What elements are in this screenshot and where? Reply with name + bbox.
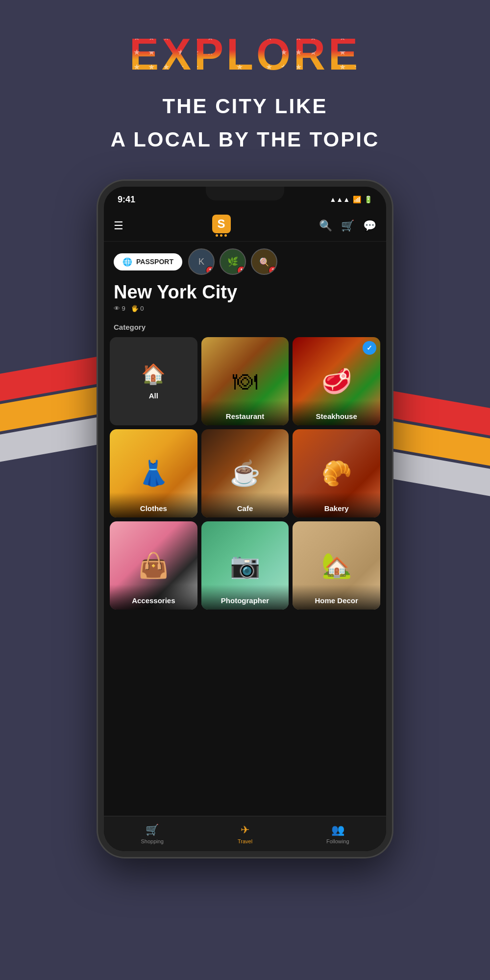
header-section: EXPLORE THE CITY LIKE A LOCAL BY THE TOP… <box>0 0 490 151</box>
story-badge-3: 2 <box>269 266 277 275</box>
restaurant-overlay: Restaurant <box>201 400 289 425</box>
steakhouse-overlay: Steakhouse <box>293 400 380 425</box>
stories-row: K 1 🌿 1 🍭 2 <box>188 248 376 275</box>
story-badge-2: 1 <box>237 266 246 275</box>
category-card-clothes[interactable]: 👗 Clothes <box>110 429 197 517</box>
phone-frame: 9:41 ▲▲▲ 📶 🔋 ☰ S <box>98 181 392 857</box>
travel-label: Travel <box>238 838 252 844</box>
logo-area: S <box>212 215 231 237</box>
all-icon: 🏠 <box>141 363 166 386</box>
phone-notch <box>206 187 284 200</box>
logo-dots <box>216 234 227 237</box>
photographer-label: Photographer <box>206 596 284 605</box>
following-label: Following <box>326 838 349 844</box>
category-card-bakery[interactable]: 🥐 Bakery <box>293 429 380 517</box>
subtitle-line2: A LOCAL BY THE TOPIC <box>0 128 490 151</box>
restaurant-label: Restaurant <box>206 412 284 420</box>
category-card-homedecor[interactable]: 🏡 Home Decor <box>293 521 380 610</box>
city-views: 👁 9 🖐 0 <box>114 305 144 312</box>
cart-icon[interactable]: 🛒 <box>341 220 354 232</box>
bakery-overlay: Bakery <box>293 492 380 517</box>
app-logo: S <box>212 215 231 233</box>
story-circle-2[interactable]: 🌿 1 <box>220 248 246 275</box>
homedecor-overlay: Home Decor <box>293 585 380 610</box>
city-section: New York City 👁 9 🖐 0 <box>104 279 386 319</box>
bakery-label: Bakery <box>297 504 375 513</box>
accessories-overlay: Accessories <box>110 585 197 610</box>
clothes-label: Clothes <box>115 504 193 513</box>
category-card-photographer[interactable]: 📷 Photographer <box>201 521 289 610</box>
signal-icon: ▲▲▲ <box>329 196 350 203</box>
cafe-overlay: Cafe <box>201 492 289 517</box>
bottom-nav: 🛒 Shopping ✈ Travel 👥 Following <box>104 816 386 851</box>
category-grid: 🏠 All 🍽 Restaurant 🥩 Steakhouse ✓ <box>104 337 386 610</box>
menu-icon[interactable]: ☰ <box>114 220 123 232</box>
category-card-steakhouse[interactable]: 🥩 Steakhouse ✓ <box>293 337 380 425</box>
category-card-accessories[interactable]: 👜 Accessories <box>110 521 197 610</box>
category-card-restaurant[interactable]: 🍽 Restaurant <box>201 337 289 425</box>
search-icon[interactable]: 🔍 <box>319 220 332 232</box>
city-name: New York City <box>114 282 376 303</box>
city-meta: 👁 9 🖐 0 <box>114 305 376 312</box>
photographer-overlay: Photographer <box>201 585 289 610</box>
app-content: ☰ S 🔍 🛒 💬 🌐 <box>104 210 386 851</box>
passport-button[interactable]: 🌐 PASSPORT <box>114 253 182 270</box>
passport-label: PASSPORT <box>136 258 173 266</box>
battery-icon: 🔋 <box>364 196 372 203</box>
category-card-cafe[interactable]: ☕ Cafe <box>201 429 289 517</box>
travel-icon: ✈ <box>241 824 249 836</box>
story-circle-3[interactable]: 🍭 2 <box>251 248 277 275</box>
nav-following[interactable]: 👥 Following <box>326 824 349 844</box>
nav-icons: 🔍 🛒 💬 <box>319 220 376 232</box>
steakhouse-check-badge: ✓ <box>363 341 376 355</box>
shopping-icon: 🛒 <box>146 824 159 836</box>
category-card-all[interactable]: 🏠 All <box>110 337 197 425</box>
top-nav: ☰ S 🔍 🛒 💬 <box>104 210 386 242</box>
nav-shopping[interactable]: 🛒 Shopping <box>141 824 164 844</box>
explore-title: EXPLORE <box>129 29 361 80</box>
steakhouse-label: Steakhouse <box>297 412 375 420</box>
accessories-label: Accessories <box>115 596 193 605</box>
phone-wrapper: 9:41 ▲▲▲ 📶 🔋 ☰ S <box>0 181 490 857</box>
story-badge-1: 1 <box>206 266 215 275</box>
location-bar: 🌐 PASSPORT K 1 🌿 1 🍭 2 <box>104 242 386 279</box>
subtitle-line1: THE CITY LIKE <box>0 95 490 118</box>
cafe-label: Cafe <box>206 504 284 513</box>
status-icons: ▲▲▲ 📶 🔋 <box>329 196 372 203</box>
story-circle-1[interactable]: K 1 <box>188 248 215 275</box>
chat-icon[interactable]: 💬 <box>363 220 376 232</box>
following-icon: 👥 <box>331 824 344 836</box>
all-label: All <box>149 392 158 400</box>
wifi-icon: 📶 <box>353 196 361 203</box>
globe-icon: 🌐 <box>122 257 132 267</box>
homedecor-label: Home Decor <box>297 596 375 605</box>
status-time: 9:41 <box>118 195 135 205</box>
category-header: Category <box>104 319 386 337</box>
nav-travel[interactable]: ✈ Travel <box>238 824 252 844</box>
shopping-label: Shopping <box>141 838 164 844</box>
clothes-overlay: Clothes <box>110 492 197 517</box>
